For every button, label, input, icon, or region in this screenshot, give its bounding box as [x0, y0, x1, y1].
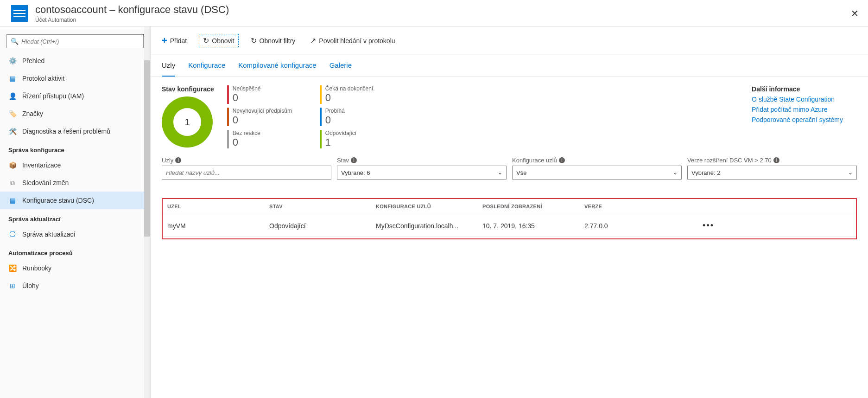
- link-about-state-config[interactable]: O službě State Configuration: [752, 96, 843, 103]
- sidebar-item-label: Přehled: [22, 57, 44, 64]
- tabs: Uzly Konfigurace Kompilované konfigurace…: [151, 55, 868, 77]
- sidebar-item-dsc[interactable]: ▤Konfigurace stavu (DSC): [0, 192, 150, 209]
- cell-version: 2.77.0.0: [584, 222, 686, 230]
- tab-nodes[interactable]: Uzly: [162, 55, 175, 77]
- table-row[interactable]: myVM Odpovídající MyDscConfiguration.loc…: [163, 215, 856, 237]
- status-noncompliant[interactable]: Nevyhovující předpisům0: [227, 108, 310, 126]
- link-supported-os[interactable]: Podporované operační systémy: [752, 116, 843, 123]
- filter-nodeconfig-label: Konfigurace uzlůi: [512, 157, 682, 164]
- filter-nodeconfig-select[interactable]: Vše⌄: [512, 166, 682, 180]
- toolbar: +Přidat ↻Obnovit ↻Obnovit filtry ↗Povoli…: [151, 27, 868, 55]
- sidebar-item-update-mgmt[interactable]: 🖵Správa aktualizací: [0, 225, 150, 243]
- status-unresponsive[interactable]: Bez reakce0: [227, 130, 310, 148]
- dsc-icon: [11, 5, 28, 22]
- add-button[interactable]: +Přidat: [159, 33, 190, 48]
- sidebar-scrollbar[interactable]: [144, 27, 150, 398]
- col-state[interactable]: STAV: [269, 204, 376, 209]
- sidebar-item-runbooks[interactable]: 🔀Runbooky: [0, 259, 150, 277]
- sidebar-item-inventory[interactable]: 📦Inventarizace: [0, 156, 150, 174]
- sidebar-group-config: Správa konfigurace: [0, 140, 150, 156]
- sidebar-item-label: Sledování změn: [22, 179, 69, 186]
- col-node[interactable]: UZEL: [167, 204, 269, 209]
- col-config[interactable]: KONFIGURACE UZLŮ: [376, 204, 482, 209]
- tab-gallery[interactable]: Galerie: [329, 55, 352, 77]
- enable-log-button[interactable]: ↗Povolit hledání v protokolu: [307, 34, 398, 47]
- filter-version-select[interactable]: Vybrané: 2⌄: [687, 166, 857, 180]
- close-icon[interactable]: ✕: [851, 8, 859, 19]
- tab-compiled[interactable]: Kompilované konfigurace: [238, 55, 316, 77]
- info-icon[interactable]: i: [351, 157, 357, 163]
- sidebar-item-label: Konfigurace stavu (DSC): [22, 197, 94, 204]
- header-bar: contosoaccount – konfigurace stavu (DSC)…: [0, 0, 868, 27]
- page-title: contosoaccount – konfigurace stavu (DSC): [35, 4, 229, 16]
- refresh-icon: ↻: [251, 36, 257, 45]
- changes-icon: ⧉: [8, 179, 17, 187]
- sidebar-item-tags[interactable]: 🏷️Značky: [0, 105, 150, 122]
- page-subtitle: Účet Automation: [35, 17, 229, 23]
- nodes-table: UZEL STAV KONFIGURACE UZLŮ POSLEDNÍ ZOBR…: [162, 198, 857, 239]
- iam-icon: 👤: [8, 92, 17, 100]
- tag-icon: 🏷️: [8, 109, 17, 118]
- status-inprogress[interactable]: Probíhá0: [320, 108, 403, 126]
- sidebar-item-label: Inventarizace: [22, 161, 61, 169]
- diagnose-icon: 🛠️: [8, 127, 17, 135]
- sidebar-item-label: Runbooky: [22, 264, 51, 272]
- refresh-button-label: Obnovit: [212, 37, 234, 45]
- info-links-title: Další informace: [752, 85, 843, 93]
- donut-total: 1: [184, 117, 190, 128]
- sidebar-item-label: Protokol aktivit: [22, 75, 64, 82]
- sidebar-item-label: Diagnostika a řešení problémů: [22, 128, 110, 135]
- filter-nodes-input[interactable]: [162, 166, 331, 180]
- update-icon: 🖵: [8, 230, 17, 238]
- filter-state-select[interactable]: Vybrané: 6⌄: [337, 166, 507, 180]
- sidebar: « 🔍 ⚙️Přehled ▤Protokol aktivit 👤Řízení …: [0, 27, 151, 398]
- col-version[interactable]: VERZE: [584, 204, 686, 209]
- sidebar-item-overview[interactable]: ⚙️Přehled: [0, 52, 150, 70]
- jobs-icon: ⊞: [8, 282, 17, 290]
- sidebar-item-iam[interactable]: 👤Řízení přístupu (IAM): [0, 87, 150, 105]
- link-add-non-azure[interactable]: Přidat počítač mimo Azure: [752, 106, 843, 113]
- cell-last: 10. 7. 2019, 16:35: [482, 222, 584, 230]
- plus-icon: +: [162, 35, 167, 46]
- status-donut-chart: 1: [162, 96, 213, 148]
- cell-state: Odpovídající: [269, 222, 376, 230]
- cell-config: MyDscConfiguration.localh...: [376, 222, 482, 230]
- filter-state-label: Stavi: [337, 157, 507, 164]
- sidebar-item-jobs[interactable]: ⊞Úlohy: [0, 277, 150, 295]
- info-icon[interactable]: i: [559, 157, 565, 163]
- overview-icon: ⚙️: [8, 57, 17, 65]
- sidebar-item-change-tracking[interactable]: ⧉Sledování změn: [0, 174, 150, 192]
- sidebar-item-label: Značky: [22, 110, 43, 117]
- status-compliant[interactable]: Odpovídající1: [320, 130, 403, 148]
- dsc-small-icon: ▤: [8, 196, 17, 205]
- status-pending[interactable]: Čeká na dokončení.0: [320, 85, 403, 104]
- refresh-button[interactable]: ↻Obnovit: [199, 34, 238, 47]
- filter-nodes-label: Uzlyi: [162, 157, 331, 164]
- enable-log-label: Povolit hledání v protokolu: [319, 37, 395, 45]
- info-icon[interactable]: i: [175, 157, 181, 163]
- sidebar-search-input[interactable]: [21, 38, 139, 45]
- sidebar-group-automation: Automatizace procesů: [0, 243, 150, 259]
- table-header: UZEL STAV KONFIGURACE UZLŮ POSLEDNÍ ZOBR…: [163, 201, 856, 215]
- sidebar-search[interactable]: 🔍: [6, 34, 144, 48]
- status-title: Stav konfigurace: [162, 85, 214, 93]
- runbook-icon: 🔀: [8, 264, 17, 272]
- sidebar-item-activity-log[interactable]: ▤Protokol aktivit: [0, 70, 150, 87]
- chevron-down-icon: ⌄: [498, 169, 502, 176]
- main-content: +Přidat ↻Obnovit ↻Obnovit filtry ↗Povoli…: [151, 27, 868, 398]
- external-icon: ↗: [310, 36, 316, 45]
- refresh-filters-label: Obnovit filtry: [260, 37, 296, 45]
- log-icon: ▤: [8, 74, 17, 83]
- status-failed[interactable]: Neúspěšné0: [227, 85, 310, 104]
- refresh-filters-button[interactable]: ↻Obnovit filtry: [248, 34, 298, 47]
- row-menu-button[interactable]: •••: [686, 221, 714, 231]
- search-icon: 🔍: [11, 38, 19, 45]
- col-last[interactable]: POSLEDNÍ ZOBRAZENÍ: [482, 204, 584, 209]
- sidebar-item-label: Správa aktualizací: [22, 231, 75, 238]
- inventory-icon: 📦: [8, 161, 17, 169]
- tab-configurations[interactable]: Konfigurace: [188, 55, 225, 77]
- sidebar-item-diagnose[interactable]: 🛠️Diagnostika a řešení problémů: [0, 122, 150, 140]
- info-icon[interactable]: i: [773, 157, 779, 163]
- chevron-down-icon: ⌄: [848, 169, 853, 176]
- filter-version-label: Verze rozšíření DSC VM > 2.70i: [687, 157, 857, 164]
